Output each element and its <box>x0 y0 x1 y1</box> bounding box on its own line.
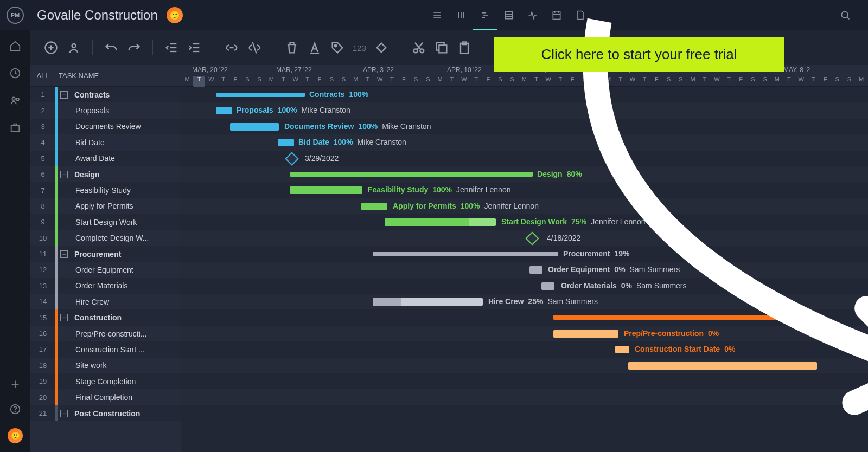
task-number: 19 <box>30 377 55 385</box>
text-format-button[interactable] <box>307 40 322 55</box>
home-icon[interactable] <box>9 40 21 52</box>
task-number: 3 <box>30 122 55 131</box>
task-row[interactable]: 2Proposals <box>30 102 181 118</box>
task-row[interactable]: 9Start Design Work <box>30 214 181 230</box>
bar-task-name: Contracts <box>309 90 344 99</box>
undo-button[interactable] <box>104 40 119 55</box>
svg-point-20 <box>16 98 19 101</box>
milestone-marker[interactable] <box>285 152 298 165</box>
collapse-toggle[interactable]: − <box>60 91 68 99</box>
svg-point-25 <box>15 411 16 412</box>
task-row[interactable]: 20Final Completion <box>30 389 181 405</box>
task-name: Construction Start ... <box>58 345 145 354</box>
free-trial-cta[interactable]: Click here to start your free trial <box>494 37 784 72</box>
task-number: 9 <box>30 218 55 226</box>
task-row[interactable]: 3Documents Review <box>30 119 181 134</box>
bar-percent: 100% <box>278 106 297 114</box>
task-row[interactable]: 15−Construction <box>30 309 181 325</box>
indent-button[interactable] <box>187 40 202 55</box>
nav-avatar[interactable]: 🙂 <box>8 428 23 443</box>
task-row[interactable]: 10Complete Design W... <box>30 230 181 246</box>
briefcase-icon[interactable] <box>9 121 21 133</box>
tag-button[interactable] <box>330 40 345 55</box>
unlink-button[interactable] <box>247 40 262 55</box>
gantt-bar-label: Bid Date100%Mike Cranston <box>298 138 406 146</box>
clock-icon[interactable] <box>9 67 21 79</box>
task-name: Award Date <box>58 154 115 163</box>
gantt-task-bar[interactable] <box>290 186 362 194</box>
separator <box>152 40 153 55</box>
priority-label[interactable]: 123 <box>353 43 366 53</box>
task-row[interactable]: 8Apply for Permits <box>30 198 181 214</box>
task-name: Start Design Work <box>58 218 137 227</box>
redo-button[interactable] <box>126 40 142 55</box>
timeline-week: MAR, 20 '22 <box>192 66 228 74</box>
collapse-toggle[interactable]: − <box>60 410 68 417</box>
milestone-button[interactable] <box>374 40 389 55</box>
task-row[interactable]: 14Hire Crew <box>30 294 181 309</box>
bar-assignee: Mike Cranston <box>358 138 406 146</box>
task-row[interactable]: 17Construction Start ... <box>30 341 181 357</box>
task-row[interactable]: 13Order Materials <box>30 278 181 294</box>
task-list-header: ALL TASK NAME <box>30 65 181 87</box>
timeline-day: S <box>337 76 349 87</box>
assign-button[interactable] <box>66 40 81 55</box>
task-row[interactable]: 19Stage Completion <box>30 373 181 389</box>
task-row[interactable]: 21−Post Construction <box>30 405 181 421</box>
gantt-task-bar[interactable] <box>278 139 294 146</box>
gantt-summary-bar[interactable] <box>216 93 305 97</box>
collapse-toggle[interactable]: − <box>60 314 68 321</box>
timeline-day: W <box>374 76 386 87</box>
delete-button[interactable] <box>284 40 299 55</box>
task-name: Final Completion <box>58 393 132 402</box>
timeline-day: F <box>229 76 241 87</box>
help-icon[interactable] <box>9 403 21 415</box>
task-row[interactable]: 6−Design <box>30 166 181 182</box>
gantt-task-bar[interactable] <box>230 123 279 131</box>
task-number: 7 <box>30 186 55 195</box>
task-name: Documents Review <box>58 122 141 131</box>
timeline-day: M <box>181 76 193 87</box>
column-header-name[interactable]: TASK NAME <box>55 72 99 80</box>
left-nav: 🙂 <box>0 30 30 452</box>
task-row[interactable]: 12Order Equipment <box>30 262 181 277</box>
task-number: 1 <box>30 91 55 99</box>
task-row[interactable]: 1−Contracts <box>30 87 181 102</box>
task-row[interactable]: 11−Procurement <box>30 246 181 262</box>
task-name: Stage Completion <box>58 377 136 386</box>
add-task-button[interactable] <box>43 40 59 55</box>
task-name: Post Construction <box>71 409 140 418</box>
gantt-task-bar[interactable] <box>216 107 232 114</box>
task-number: 4 <box>30 138 55 146</box>
svg-point-29 <box>72 44 76 48</box>
task-color-indicator <box>55 87 58 102</box>
collapse-toggle[interactable]: − <box>60 171 68 178</box>
outdent-button[interactable] <box>164 40 179 55</box>
task-number: 20 <box>30 393 55 402</box>
svg-rect-21 <box>11 125 20 131</box>
timeline-day: T <box>302 76 314 87</box>
timeline-day: T <box>362 76 374 87</box>
task-row[interactable]: 4Bid Date <box>30 134 181 150</box>
bar-task-name: Documents Review <box>284 122 354 131</box>
column-header-all[interactable]: ALL <box>30 72 55 80</box>
link-button[interactable] <box>224 40 239 55</box>
timeline-day: W <box>290 76 302 87</box>
plus-icon[interactable] <box>9 378 21 390</box>
team-icon[interactable] <box>9 94 21 106</box>
task-number: 18 <box>30 361 55 370</box>
task-row[interactable]: 7Feasibility Study <box>30 182 181 198</box>
task-row[interactable]: 16Prep/Pre-constructi... <box>30 326 181 341</box>
gantt-task-bar[interactable] <box>361 203 387 210</box>
task-name: Feasibility Study <box>58 186 131 195</box>
task-color-indicator <box>55 246 58 262</box>
task-row[interactable]: 5Award Date <box>30 151 181 166</box>
task-row[interactable]: 18Site work <box>30 358 181 373</box>
bar-percent: 100% <box>358 122 378 131</box>
gantt-bar-label: Contracts100% <box>309 90 368 99</box>
user-avatar[interactable]: 🙂 <box>167 7 183 23</box>
logo[interactable]: PM <box>7 7 24 24</box>
task-name: Order Materials <box>58 281 127 290</box>
timeline-day: F <box>398 76 410 87</box>
collapse-toggle[interactable]: − <box>60 250 68 258</box>
